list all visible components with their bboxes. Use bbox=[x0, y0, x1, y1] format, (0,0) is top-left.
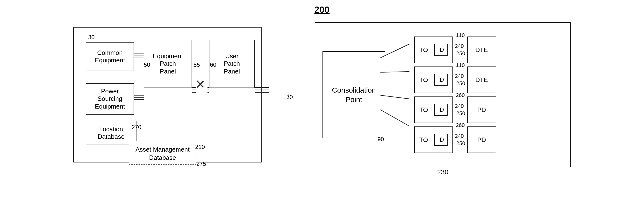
ref-70-area: 70 bbox=[276, 89, 300, 101]
pd-box-2: PD bbox=[467, 126, 496, 153]
epp-box: EquipmentPatchPanel bbox=[144, 40, 192, 88]
to-text-3: TO bbox=[419, 106, 428, 114]
location-db-label: LocationDatabase bbox=[98, 125, 124, 140]
ref-270: 270 bbox=[132, 124, 141, 131]
ref-stack-1: 240 250 bbox=[455, 43, 465, 57]
ref-55: 55 bbox=[194, 61, 200, 68]
ref-250-3: 250 bbox=[456, 110, 465, 117]
right-section: ConsolidationPoint 90 TO ID bbox=[315, 22, 571, 167]
ref-stack-4: 240 250 bbox=[455, 133, 465, 146]
id-box-3: ID bbox=[434, 104, 448, 116]
consolidation-point-label: ConsolidationPoint bbox=[332, 85, 376, 104]
id-box-1: ID bbox=[434, 44, 448, 56]
to-text-1: TO bbox=[419, 46, 428, 54]
consolidation-point-box: ConsolidationPoint bbox=[322, 51, 385, 138]
toid-box-4: TO ID bbox=[414, 126, 453, 153]
to-text-4: TO bbox=[419, 136, 428, 144]
ref-250-4: 250 bbox=[456, 140, 465, 146]
ref-240-2: 240 bbox=[455, 73, 464, 79]
toid-row-1: TO ID 240 250 110 DTE bbox=[414, 37, 496, 63]
ref-110-1: 110 bbox=[456, 32, 465, 39]
ref-275: 275 bbox=[196, 160, 206, 167]
dte-box-2: DTE bbox=[467, 67, 496, 93]
dte-box-1: DTE bbox=[467, 37, 496, 63]
ref-240-1: 240 bbox=[455, 43, 464, 49]
ref-230: 230 bbox=[437, 168, 448, 176]
right-big-box: ConsolidationPoint 90 TO ID bbox=[315, 22, 571, 167]
ref-240-4: 240 bbox=[455, 133, 464, 139]
common-equipment-box: CommonEquipment bbox=[86, 42, 134, 71]
epp-label: EquipmentPatchPanel bbox=[153, 53, 183, 75]
toid-box-3: TO ID bbox=[414, 96, 453, 123]
x-crossing: ✕ bbox=[195, 77, 206, 92]
ref-70: 70 bbox=[286, 94, 293, 101]
svg-line-20 bbox=[380, 110, 410, 126]
svg-line-18 bbox=[380, 72, 410, 72]
ref-210: 210 bbox=[195, 144, 205, 150]
asset-mgmt-box: Asset ManagementDatabase bbox=[129, 141, 196, 165]
svg-line-17 bbox=[380, 44, 410, 58]
pse-box: PowerSourcingEquipment bbox=[86, 83, 134, 115]
ref-stack-3: 240 250 bbox=[455, 103, 465, 117]
ref-260-2: 260 bbox=[456, 122, 465, 128]
svg-line-19 bbox=[380, 95, 410, 99]
ref-250-1: 250 bbox=[456, 50, 465, 57]
ref-240-3: 240 bbox=[455, 103, 464, 109]
upp-label: UserPatchPanel bbox=[224, 53, 240, 75]
ref-50: 50 bbox=[144, 61, 150, 68]
ref-stack-2: 240 250 bbox=[455, 73, 465, 87]
toid-row-3: TO ID 240 250 260 PD bbox=[414, 96, 496, 123]
ref-110-2: 110 bbox=[456, 62, 465, 68]
pse-label: PowerSourcingEquipment bbox=[95, 88, 125, 110]
toid-row-2: TO ID 240 250 110 DTE bbox=[414, 67, 496, 93]
id-box-4: ID bbox=[434, 134, 448, 146]
ref-250-2: 250 bbox=[456, 80, 465, 87]
pd-box-1: PD bbox=[467, 96, 496, 123]
toid-box-2: TO ID bbox=[414, 67, 453, 93]
diagram-title: 200 bbox=[314, 5, 330, 15]
asset-mgmt-label: Asset ManagementDatabase bbox=[136, 146, 190, 161]
common-equipment-label: CommonEquipment bbox=[95, 49, 125, 64]
ref-60: 60 bbox=[210, 61, 216, 68]
toid-box-1: TO ID bbox=[414, 37, 453, 63]
ref-30: 30 bbox=[88, 34, 95, 41]
id-box-2: ID bbox=[434, 74, 448, 86]
to-text-2: TO bbox=[419, 76, 428, 84]
ref-260-1: 260 bbox=[456, 92, 465, 98]
toid-row-4: TO ID 240 250 260 PD bbox=[414, 126, 496, 153]
